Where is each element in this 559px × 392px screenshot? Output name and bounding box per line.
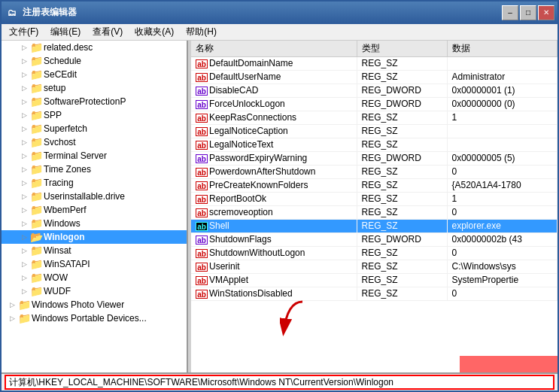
cell-data — [447, 56, 557, 70]
type-icon: ab — [196, 73, 208, 82]
menu-item-view[interactable]: 查看(V) — [87, 23, 129, 40]
tree-item[interactable]: ▷ 📁 related.desc — [2, 41, 187, 54]
table-row[interactable]: abLegalNoticeCaption REG_SZ — [191, 124, 557, 138]
tree-item[interactable]: ▷ 📁 SPP — [2, 108, 187, 122]
table-row[interactable]: abWinStationsDisabled REG_SZ 0 — [191, 287, 557, 300]
cell-name: abForceUnlockLogon — [191, 97, 357, 111]
menu-item-help[interactable]: 帮助(H) — [180, 23, 223, 40]
tree-item[interactable]: ▷ 📁 WbemPerf — [2, 203, 187, 217]
col-header-type[interactable]: 类型 — [357, 41, 447, 57]
cell-type: REG_DWORD — [357, 84, 447, 97]
table-row[interactable]: abShell REG_SZ explorer.exe — [191, 219, 557, 232]
cell-name: abDisableCAD — [191, 84, 357, 97]
tree-item[interactable]: ▷ 📁 setup — [2, 81, 187, 95]
cell-data: 0x00000000 (0) — [447, 97, 557, 111]
table-row[interactable]: abDefaultDomainName REG_SZ — [191, 56, 557, 70]
cell-name: abLegalNoticeText — [191, 138, 357, 151]
tree-item-winlogon[interactable]: ▷ 📂 Winlogon — [2, 230, 187, 244]
col-header-data[interactable]: 数据 — [447, 41, 557, 57]
col-header-name[interactable]: 名称 — [191, 41, 357, 57]
cell-type: REG_SZ — [357, 273, 447, 287]
table-row[interactable]: abReportBootOk REG_SZ 1 — [191, 192, 557, 205]
cell-type: REG_SZ — [357, 111, 447, 124]
cell-type: REG_SZ — [357, 70, 447, 84]
table-row[interactable]: abShutdownFlags REG_DWORD 0x00000002b (4… — [191, 232, 557, 246]
cell-data — [447, 124, 557, 138]
tree-item[interactable]: ▷ 📁 Windows Photo Viewer — [2, 298, 187, 311]
tree-item[interactable]: ▷ 📁 WinSATAPI — [2, 257, 187, 271]
tree-item[interactable]: ▷ 📁 Userinstallable.drive — [2, 190, 187, 203]
minimize-button[interactable]: – — [502, 5, 518, 20]
menu-item-favorites[interactable]: 收藏夹(A) — [129, 23, 180, 40]
cell-name: abPreCreateKnownFolders — [191, 178, 357, 192]
tree-item[interactable]: ▷ 📁 SoftwareProtectionP — [2, 95, 187, 108]
type-icon: ab — [196, 181, 208, 190]
tree-item[interactable]: ▷ 📁 Time Zones — [2, 163, 187, 176]
tree-item[interactable]: ▷ 📁 WUDF — [2, 284, 187, 298]
details-panel: 名称 类型 数据 abDefaultDomainName REG_SZ abDe… — [191, 41, 557, 372]
cell-data: {A520A1A4-1780 — [447, 178, 557, 192]
table-row[interactable]: abForceUnlockLogon REG_DWORD 0x00000000 … — [191, 97, 557, 111]
cell-data: 0x00000005 (5) — [447, 151, 557, 165]
cell-data: C:\Windows\sys — [447, 260, 557, 273]
cell-type: REG_SZ — [357, 178, 447, 192]
tree-item-tracing[interactable]: ▷ 📁 Tracing — [2, 176, 187, 190]
status-path-box: 计算机\HKEY_LOCAL_MACHINE\SOFTWARE\Microsof… — [5, 375, 554, 390]
title-bar: 🗂 注册表编辑器 – □ ✕ — [2, 2, 557, 24]
cell-data: SystemPropertie — [447, 273, 557, 287]
tree-item[interactable]: ▷ 📁 WOW — [2, 271, 187, 284]
table-row[interactable]: abUserinit REG_SZ C:\Windows\sys — [191, 260, 557, 273]
tree-item[interactable]: ▷ 📁 SeCEdit — [2, 68, 187, 81]
table-row[interactable]: abDisableCAD REG_DWORD 0x00000001 (1) — [191, 84, 557, 97]
cell-data: 0 — [447, 165, 557, 178]
tree-item-terminal-server[interactable]: ▷ 📁 Terminal Server — [2, 149, 187, 163]
cell-name: abPasswordExpiryWarning — [191, 151, 357, 165]
type-icon: ab — [196, 276, 208, 285]
tree-item[interactable]: ▷ 📁 Superfetch — [2, 122, 187, 135]
tree-item[interactable]: ▷ 📁 Schedule — [2, 54, 187, 68]
cell-name: abShutdownFlags — [191, 232, 357, 246]
tree-item[interactable]: ▷ 📁 Winsat — [2, 244, 187, 257]
cell-name: abLegalNoticeCaption — [191, 124, 357, 138]
cell-type: REG_SZ — [357, 287, 447, 300]
cell-name: abUserinit — [191, 260, 357, 273]
cell-data: 0x00000001 (1) — [447, 84, 557, 97]
status-path: 计算机\HKEY_LOCAL_MACHINE\SOFTWARE\Microsof… — [9, 376, 393, 389]
type-icon: ab — [196, 290, 208, 299]
table-row[interactable]: abPreCreateKnownFolders REG_SZ {A520A1A4… — [191, 178, 557, 192]
type-icon: ab — [196, 195, 208, 204]
cell-type: REG_SZ — [357, 260, 447, 273]
tree-item[interactable]: ▷ 📁 Windows — [2, 217, 187, 230]
cell-data: 1 — [447, 192, 557, 205]
cell-data: 0x00000002b (43 — [447, 232, 557, 246]
table-row[interactable]: abPasswordExpiryWarning REG_DWORD 0x0000… — [191, 151, 557, 165]
cell-name: abWinStationsDisabled — [191, 287, 357, 300]
status-bar: 计算机\HKEY_LOCAL_MACHINE\SOFTWARE\Microsof… — [2, 372, 557, 390]
menu-item-file[interactable]: 文件(F) — [3, 23, 44, 40]
window-title: 注册表编辑器 — [23, 6, 77, 19]
tree-item[interactable]: ▷ 📁 Svchost — [2, 135, 187, 149]
cell-type: REG_SZ — [357, 165, 447, 178]
table-row[interactable]: abDefaultUserName REG_SZ Administrator — [191, 70, 557, 84]
close-button[interactable]: ✕ — [538, 5, 554, 20]
type-icon: ab — [196, 208, 208, 217]
type-icon: ab — [196, 100, 208, 109]
cell-type: REG_SZ — [357, 205, 447, 219]
table-row[interactable]: abscremoveoption REG_SZ 0 — [191, 205, 557, 219]
cell-name: abShell — [191, 219, 357, 232]
cell-type: REG_DWORD — [357, 151, 447, 165]
cell-name: abShutdownWithoutLogon — [191, 246, 357, 260]
maximize-button[interactable]: □ — [520, 5, 536, 20]
type-icon: ab — [196, 168, 208, 177]
table-row[interactable]: abVMApplet REG_SZ SystemPropertie — [191, 273, 557, 287]
tree-item[interactable]: ▷ 📁 Windows Portable Devices... — [2, 311, 187, 325]
type-icon: ab — [196, 141, 208, 150]
table-row[interactable]: abKeepRasConnections REG_SZ 1 — [191, 111, 557, 124]
table-row[interactable]: abLegalNoticeText REG_SZ — [191, 138, 557, 151]
table-row[interactable]: abPowerdownAfterShutdown REG_SZ 0 — [191, 165, 557, 178]
cell-type: REG_SZ — [357, 138, 447, 151]
cell-name: abDefaultDomainName — [191, 56, 357, 70]
menu-item-edit[interactable]: 编辑(E) — [44, 23, 87, 40]
type-icon: ab — [196, 236, 208, 245]
table-row[interactable]: abShutdownWithoutLogon REG_SZ 0 — [191, 246, 557, 260]
